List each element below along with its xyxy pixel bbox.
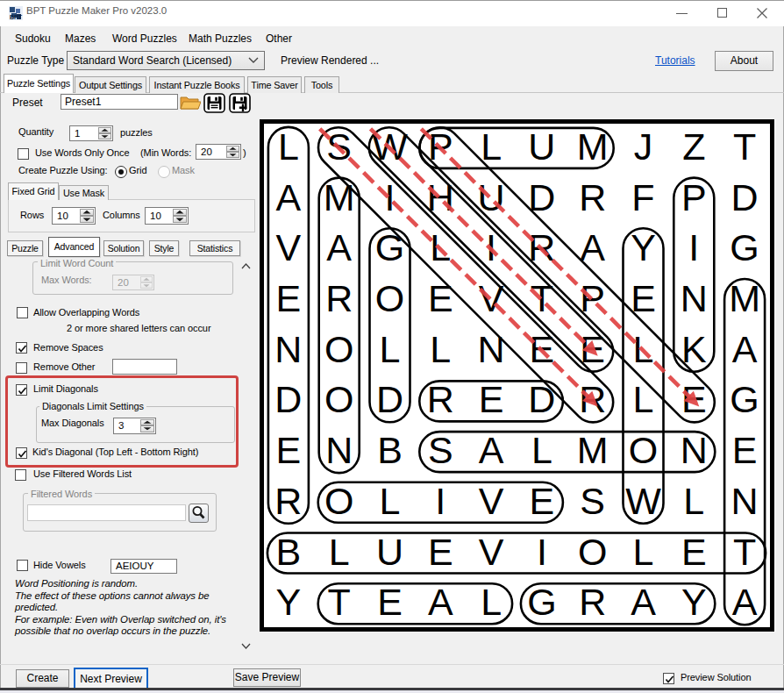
svg-text:I: I	[537, 531, 547, 573]
svg-text:R: R	[579, 581, 606, 623]
svg-text:L: L	[278, 125, 299, 168]
svg-text:G: G	[730, 226, 759, 268]
svg-text:L: L	[481, 125, 502, 168]
svg-text:O: O	[578, 531, 607, 573]
svg-text:A: A	[326, 226, 352, 268]
svg-text:G: G	[730, 378, 759, 420]
svg-text:I: I	[435, 480, 445, 522]
svg-text:T: T	[733, 531, 756, 573]
svg-text:L: L	[380, 328, 401, 370]
svg-text:S: S	[428, 429, 453, 471]
svg-text:N: N	[478, 328, 505, 370]
svg-text:T: T	[733, 125, 756, 168]
svg-text:R: R	[579, 176, 606, 218]
svg-text:V: V	[276, 226, 302, 268]
svg-text:N: N	[731, 480, 759, 522]
svg-text:U: U	[376, 531, 403, 573]
svg-text:A: A	[732, 581, 758, 623]
svg-text:E: E	[681, 531, 707, 573]
svg-text:E: E	[732, 429, 758, 471]
svg-text:Y: Y	[681, 581, 707, 623]
svg-text:G: G	[375, 226, 404, 268]
svg-text:Y: Y	[631, 226, 656, 268]
svg-text:D: D	[274, 378, 302, 420]
svg-text:B: B	[377, 429, 403, 471]
svg-text:R: R	[325, 277, 353, 319]
svg-text:A: A	[428, 581, 453, 623]
svg-text:BPT: BPT	[10, 14, 23, 20]
svg-text:L: L	[380, 480, 401, 522]
svg-text:V: V	[479, 480, 504, 522]
svg-text:O: O	[629, 429, 658, 471]
svg-text:E: E	[377, 581, 403, 623]
svg-text:N: N	[681, 277, 708, 319]
svg-text:O: O	[324, 378, 353, 420]
svg-text:L: L	[481, 581, 502, 623]
svg-text:Z: Z	[682, 125, 705, 168]
svg-text:S: S	[580, 480, 605, 522]
svg-text:L: L	[683, 480, 704, 522]
svg-text:D: D	[731, 176, 759, 218]
svg-text:A: A	[479, 429, 504, 471]
svg-text:D: D	[376, 378, 403, 420]
svg-text:E: E	[479, 378, 504, 420]
svg-text:V: V	[479, 277, 504, 319]
svg-text:R: R	[427, 378, 454, 420]
svg-text:M: M	[577, 429, 609, 471]
svg-text:E: E	[276, 429, 302, 471]
svg-text:O: O	[324, 328, 353, 370]
svg-text:J: J	[634, 125, 653, 168]
svg-text:N: N	[681, 429, 708, 471]
svg-text:E: E	[276, 277, 302, 319]
svg-text:T: T	[328, 581, 351, 623]
svg-text:D: D	[528, 378, 555, 420]
svg-text:A: A	[631, 581, 656, 623]
svg-text:W: W	[625, 480, 661, 522]
svg-text:R: R	[274, 480, 302, 522]
svg-text:L: L	[430, 328, 451, 370]
svg-text:L: L	[329, 531, 350, 573]
svg-text:E: E	[428, 277, 453, 319]
svg-text:L: L	[633, 378, 654, 420]
svg-text:Y: Y	[276, 581, 302, 623]
svg-text:L: L	[531, 429, 552, 471]
svg-text:O: O	[375, 277, 404, 319]
svg-text:A: A	[276, 176, 302, 218]
svg-text:B: B	[276, 531, 302, 573]
svg-text:E: E	[428, 531, 453, 573]
svg-text:P: P	[681, 176, 707, 218]
svg-text:N: N	[325, 429, 353, 471]
svg-text:A: A	[732, 328, 758, 370]
svg-text:I: I	[688, 226, 699, 268]
svg-text:L: L	[633, 531, 654, 573]
svg-text:E: E	[530, 480, 555, 522]
svg-text:V: V	[479, 531, 504, 573]
svg-text:U: U	[528, 125, 555, 168]
svg-text:N: N	[274, 328, 302, 370]
svg-text:G: G	[527, 581, 556, 623]
svg-text:O: O	[324, 480, 353, 522]
svg-text:F: F	[631, 176, 654, 218]
